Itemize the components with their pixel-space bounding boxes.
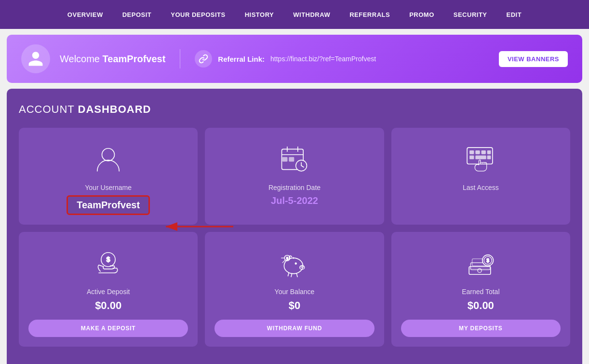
piggy-bank-icon: $ (279, 248, 310, 279)
top-navigation: OVERVIEW DEPOSIT YOUR DEPOSITS HISTORY W… (0, 0, 589, 29)
earned-total-label: Earned Total (462, 288, 499, 296)
view-banners-button[interactable]: VIEW BANNERS (499, 51, 568, 67)
link-icon (199, 54, 208, 64)
last-access-card: Last Access (391, 128, 570, 225)
nav-overview[interactable]: OVERVIEW (60, 7, 111, 22)
welcome-prefix: Welcome (60, 54, 103, 64)
svg-rect-15 (482, 150, 485, 154)
calendar-clock-icon (279, 144, 310, 175)
make-deposit-button[interactable]: MAKE A DEPOSIT (28, 320, 188, 337)
svg-point-26 (295, 262, 297, 264)
nav-deposit[interactable]: DEPOSIT (115, 7, 160, 22)
money-stack-icon: $ (465, 248, 496, 279)
earned-total-card: $ Earned Total $0.00 MY DEPOSITS (391, 232, 570, 347)
svg-line-30 (297, 273, 298, 277)
svg-rect-13 (470, 150, 474, 154)
earned-total-value: $0.00 (468, 299, 494, 312)
nav-withdraw[interactable]: WITHDRAW (285, 7, 338, 22)
balance-value: $0 (289, 299, 300, 312)
svg-text:$: $ (486, 257, 489, 263)
my-deposits-button[interactable]: MY DEPOSITS (401, 320, 561, 337)
welcome-username: TeamProfvest (103, 54, 166, 64)
nav-edit[interactable]: EDIT (499, 7, 530, 22)
svg-rect-16 (487, 150, 491, 154)
withdraw-fund-button[interactable]: WITHDRAW FUND (214, 320, 374, 337)
dashboard-title: ACCOUNT DASHBOARD (19, 103, 570, 116)
svg-rect-14 (476, 150, 480, 154)
nav-promo[interactable]: PROMO (402, 7, 442, 22)
svg-text:$: $ (107, 256, 110, 263)
svg-line-33 (283, 260, 285, 263)
referral-url: https://finact.biz/?ref=TeamProfvest (270, 55, 376, 63)
keyboard-hand-icon (465, 144, 496, 175)
svg-rect-8 (289, 157, 294, 161)
avatar (21, 44, 50, 73)
active-deposit-icon: $ (92, 246, 125, 280)
svg-point-0 (102, 148, 115, 161)
money-hand-icon: $ (93, 248, 124, 279)
referral-label: Referral Link: (218, 55, 265, 63)
svg-point-24 (301, 267, 302, 268)
referral-section: Referral Link: https://finact.biz/?ref=T… (195, 50, 489, 67)
nav-your-deposits[interactable]: YOUR DEPOSITS (163, 7, 233, 22)
bottom-cards-row: $ Active Deposit $0.00 MAKE A DEPOSIT (19, 232, 570, 347)
svg-rect-35 (469, 267, 491, 274)
username-value: TeamProfvest (67, 195, 150, 215)
last-access-label: Last Access (463, 184, 499, 191)
balance-icon: $ (278, 246, 311, 280)
registration-date-value: Jul-5-2022 (271, 195, 318, 206)
referral-link-icon (195, 50, 212, 67)
registration-date-label: Registration Date (268, 184, 321, 191)
username-card: Your Username TeamProfvest (19, 128, 198, 225)
username-card-icon (92, 142, 125, 176)
earned-total-icon: $ (464, 246, 497, 280)
user-avatar-icon (27, 50, 44, 67)
svg-text:$: $ (286, 256, 288, 260)
nav-history[interactable]: HISTORY (237, 7, 282, 22)
svg-line-29 (291, 273, 292, 277)
active-deposit-label: Active Deposit (87, 288, 130, 296)
svg-rect-18 (476, 156, 486, 159)
balance-label: Your Balance (275, 288, 315, 296)
active-deposit-card: $ Active Deposit $0.00 MAKE A DEPOSIT (19, 232, 198, 347)
welcome-banner: Welcome TeamProfvest Referral Link: http… (7, 35, 582, 83)
welcome-text: Welcome TeamProfvest (60, 54, 165, 65)
last-access-icon (464, 142, 497, 176)
registration-date-icon (278, 142, 311, 176)
top-cards-row: Your Username TeamProfvest (19, 128, 570, 225)
nav-referrals[interactable]: REFERRALS (342, 7, 398, 22)
svg-rect-17 (470, 156, 474, 159)
registration-date-card: Registration Date Jul-5-2022 (205, 128, 384, 225)
svg-point-25 (303, 267, 304, 268)
nav-security[interactable]: SECURITY (446, 7, 495, 22)
svg-line-28 (288, 273, 289, 276)
svg-rect-7 (283, 157, 288, 161)
user-profile-icon (93, 144, 124, 175)
balance-card: $ Your Balance $0 WITHDRAW FUND (205, 232, 384, 347)
svg-rect-19 (487, 156, 491, 159)
vertical-divider (180, 49, 180, 68)
active-deposit-value: $0.00 (95, 299, 121, 312)
username-label: Your Username (85, 184, 132, 191)
dashboard: ACCOUNT DASHBOARD Your Username TeamProf… (7, 89, 582, 364)
